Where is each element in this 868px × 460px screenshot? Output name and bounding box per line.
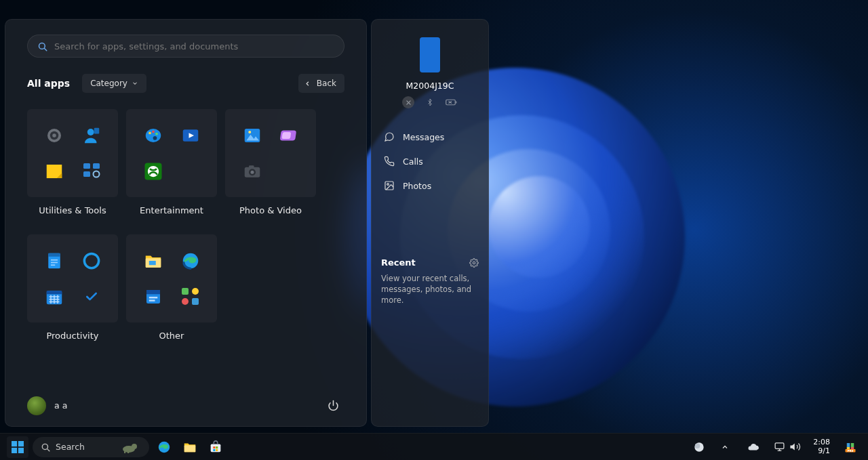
- phone-messages-button[interactable]: Messages: [381, 125, 479, 149]
- svg-point-84: [695, 443, 701, 448]
- copilot-icon: PRE: [844, 441, 856, 453]
- category-productivity-tile: [27, 234, 118, 322]
- store-icon: [208, 440, 223, 455]
- taskbar-edge-button[interactable]: [153, 436, 175, 458]
- svg-rect-81: [213, 448, 215, 451]
- taskbar-right: 2:08 9/1 PRE: [691, 436, 861, 458]
- svg-line-1: [44, 48, 46, 50]
- svg-rect-68: [12, 447, 17, 453]
- user-avatar-icon: [27, 396, 46, 415]
- news-icon: [142, 285, 165, 308]
- phone-device-icon: [420, 37, 440, 72]
- chevron-down-icon: [132, 80, 138, 87]
- notepad-icon: [43, 249, 66, 272]
- svg-rect-10: [93, 163, 100, 169]
- user-account-button[interactable]: a a: [27, 396, 67, 415]
- svg-point-4: [52, 133, 56, 138]
- phone-link-panel: M2004J19C Messages Calls Photos Recent V…: [371, 19, 489, 427]
- taskbar-clock[interactable]: 2:08 9/1: [810, 438, 833, 455]
- phone-recent-title: Recent: [381, 257, 416, 268]
- svg-rect-32: [48, 253, 60, 256]
- clock-time: 2:08: [813, 438, 830, 447]
- taskbar-file-explorer-button[interactable]: [179, 436, 201, 458]
- file-explorer-icon: [182, 440, 197, 455]
- file-explorer-icon: [142, 249, 165, 272]
- tray-overflow-button[interactable]: [714, 436, 736, 458]
- svg-rect-74: [124, 451, 125, 453]
- system-tray[interactable]: [771, 441, 804, 453]
- phone-photos-button[interactable]: Photos: [381, 173, 479, 198]
- start-button[interactable]: [7, 436, 28, 458]
- chevron-left-icon: [304, 80, 311, 87]
- svg-rect-85: [775, 443, 784, 449]
- cortana-icon: [80, 249, 103, 272]
- taskbar-search[interactable]: Search: [33, 437, 149, 457]
- category-dropdown[interactable]: Category: [82, 74, 146, 93]
- battery-unknown-icon: [446, 96, 458, 108]
- gear-icon[interactable]: [469, 258, 479, 268]
- svg-point-15: [152, 130, 155, 133]
- svg-text:PRE: PRE: [848, 448, 854, 452]
- category-other[interactable]: Other: [126, 234, 217, 341]
- edge-icon: [157, 440, 172, 455]
- volume-icon: [789, 441, 801, 453]
- svg-rect-26: [281, 132, 291, 139]
- taskbar: Search: [0, 433, 868, 460]
- category-entertainment[interactable]: Entertainment: [126, 109, 217, 215]
- category-other-label: Other: [159, 331, 184, 341]
- category-productivity[interactable]: Productivity: [27, 234, 118, 341]
- category-photovideo[interactable]: Photo & Video: [225, 109, 316, 215]
- svg-point-53: [192, 288, 199, 295]
- category-photovideo-label: Photo & Video: [239, 205, 302, 215]
- svg-rect-51: [149, 299, 155, 301]
- phone-action-list: Messages Calls Photos: [381, 125, 479, 198]
- svg-marker-88: [791, 444, 795, 451]
- svg-rect-6: [94, 127, 99, 133]
- movies-tv-icon: [179, 124, 202, 147]
- svg-rect-77: [184, 445, 196, 452]
- svg-rect-82: [216, 448, 218, 451]
- taskbar-copilot-button[interactable]: PRE: [840, 436, 861, 458]
- edge-icon: [179, 249, 202, 272]
- network-icon: [774, 441, 785, 453]
- start-search-input[interactable]: [54, 41, 334, 51]
- start-menu: All apps Category Back: [5, 19, 367, 427]
- category-photovideo-tile: [225, 109, 316, 197]
- svg-rect-9: [83, 163, 90, 169]
- category-utilities[interactable]: Utilities & Tools: [27, 109, 118, 215]
- photos-icon: [241, 124, 264, 147]
- taskbar-store-button[interactable]: [205, 436, 226, 458]
- category-utilities-tile: [27, 109, 118, 197]
- svg-point-16: [155, 132, 158, 135]
- messages-icon: [384, 131, 395, 142]
- phone-device-name: M2004J19C: [381, 81, 479, 91]
- back-button[interactable]: Back: [298, 74, 344, 93]
- svg-point-65: [473, 262, 475, 264]
- tray-onedrive-button[interactable]: [743, 436, 764, 458]
- category-entertainment-tile: [126, 109, 217, 197]
- svg-rect-78: [211, 444, 221, 452]
- back-button-label: Back: [317, 79, 336, 88]
- bluetooth-icon: [424, 96, 436, 108]
- svg-point-30: [250, 170, 254, 173]
- disconnected-icon: [402, 96, 414, 108]
- clipchamp-icon: [278, 124, 301, 147]
- calls-icon: [384, 156, 395, 167]
- svg-point-17: [153, 135, 157, 140]
- svg-rect-46: [149, 261, 155, 265]
- weather-icon: [692, 440, 706, 454]
- phone-calls-button[interactable]: Calls: [381, 149, 479, 173]
- misc-apps-icon: [179, 285, 202, 308]
- svg-rect-67: [18, 441, 24, 446]
- taskbar-search-label: Search: [56, 442, 85, 452]
- power-button[interactable]: [321, 394, 344, 417]
- power-icon: [328, 400, 339, 411]
- dinosaur-doodle-icon: [121, 441, 141, 453]
- start-search-box[interactable]: [27, 35, 344, 58]
- svg-point-24: [248, 131, 251, 133]
- search-icon: [37, 41, 47, 51]
- category-other-tile: [126, 234, 217, 322]
- empty-slot: [179, 160, 202, 183]
- taskbar-weather-button[interactable]: [691, 436, 707, 458]
- svg-rect-79: [213, 446, 215, 448]
